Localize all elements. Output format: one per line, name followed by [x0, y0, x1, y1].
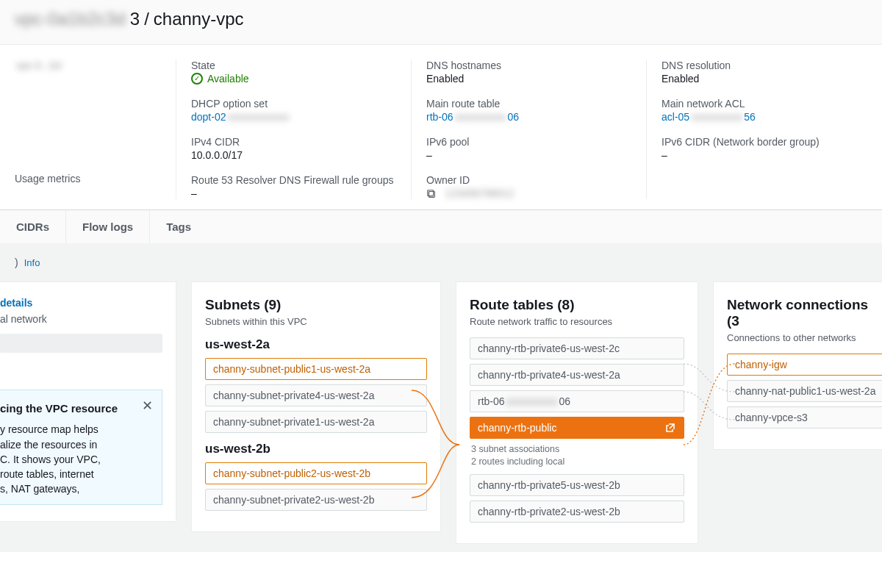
r53-label: Route 53 Resolver DNS Firewall rule grou…: [191, 174, 396, 186]
tab-flow-logs[interactable]: Flow logs: [66, 210, 150, 243]
ipv6-cidr-label: IPv6 CIDR (Network border group): [662, 136, 867, 148]
state-value: ✓ Available: [191, 73, 396, 85]
ipv4-cidr-value: 10.0.0.0/17: [191, 149, 396, 161]
main-acl-label: Main network ACL: [662, 98, 867, 110]
route-tables-title: Route tables (8): [470, 297, 684, 313]
dns-hostnames-value: Enabled: [426, 73, 631, 85]
dns-resolution-label: DNS resolution: [662, 60, 867, 71]
route-tables-card: Route tables (8) Route network traffic t…: [456, 282, 698, 544]
vpc-id-blur: vpc-0...b3: [15, 60, 62, 71]
page-header: vpc-0a1b2c3d 3 / channy-vpc: [0, 0, 882, 45]
details-col-4: DNS resolution Enabled Main network ACL …: [647, 60, 882, 199]
dns-hostnames-label: DNS hostnames: [426, 60, 631, 71]
subnets-title: Subnets (9): [205, 297, 427, 313]
details-col-3: DNS hostnames Enabled Main route table r…: [412, 60, 647, 199]
route-table-meta: 3 subnet associations2 routes including …: [471, 443, 684, 468]
resource-map-section: ) Info details al network ✕ cing the VPC…: [0, 243, 882, 552]
details-panel: vpc-0...b3 Usage metrics State ✓ Availab…: [0, 45, 882, 207]
details-col-2: State ✓ Available DHCP option set dopt-0…: [176, 60, 412, 199]
dns-resolution-value: Enabled: [662, 73, 867, 85]
route-table-item[interactable]: channy-rtb-private4-us-west-2a: [470, 364, 684, 386]
resource-map: details al network ✕ cing the VPC resour…: [0, 282, 882, 544]
tab-cidrs[interactable]: CIDRs: [0, 210, 66, 243]
breadcrumb-prefix: vpc-0a1b2c3d: [15, 9, 126, 29]
breadcrumb-sep: /: [144, 9, 149, 29]
network-connections-list: channy-igwchanny-nat-public1-us-west-2ac…: [727, 354, 882, 429]
network-connections-card: Network connections (3 Connections to ot…: [713, 282, 882, 450]
dhcp-link[interactable]: dopt-02xxxxxxxxxxxx: [191, 111, 396, 123]
subnets-sub: Subnets within this VPC: [205, 316, 427, 327]
copy-icon[interactable]: [426, 189, 437, 199]
vpc-item-placeholder: [0, 334, 162, 353]
main-rt-label: Main route table: [426, 98, 631, 110]
subnet-item[interactable]: channy-subnet-private2-us-west-2b: [205, 489, 427, 511]
route-table-item[interactable]: channy-rtb-private5-us-west-2b: [470, 474, 684, 496]
network-connection-item[interactable]: channy-igw: [727, 354, 882, 376]
route-tables-sub: Route network traffic to resources: [470, 316, 684, 327]
intro-popover: ✕ cing the VPC resource y resource map h…: [0, 390, 162, 504]
close-icon[interactable]: ✕: [140, 398, 154, 414]
r53-value: –: [191, 187, 396, 199]
vpc-details-link[interactable]: details: [0, 297, 32, 309]
network-connection-item[interactable]: channy-vpce-s3: [727, 406, 882, 429]
info-row: ) Info: [0, 257, 882, 282]
route-table-item[interactable]: channy-rtb-private6-us-west-2c: [470, 337, 684, 359]
breadcrumb: vpc-0a1b2c3d 3 / channy-vpc: [15, 9, 867, 29]
owner-id-value: 123456789012: [426, 187, 631, 199]
state-label: State: [191, 60, 396, 71]
network-connection-item[interactable]: channy-nat-public1-us-west-2a: [727, 380, 882, 402]
details-col-1: vpc-0...b3 Usage metrics: [0, 60, 176, 199]
breadcrumb-tail: 3: [130, 9, 140, 29]
owner-id-label: Owner ID: [426, 174, 631, 186]
subnets-list-2b: channy-subnet-public2-us-west-2bchanny-s…: [205, 462, 427, 511]
route-tables-list: channy-rtb-private6-us-west-2cchanny-rtb…: [470, 337, 684, 523]
external-link-icon[interactable]: [664, 422, 676, 434]
route-table-item[interactable]: rtb-06xxxxxxxxxx06: [470, 390, 684, 412]
ipv6-pool-label: IPv6 pool: [426, 136, 631, 148]
subnet-item[interactable]: channy-subnet-private1-us-west-2a: [205, 411, 427, 433]
main-rt-link[interactable]: rtb-06xxxxxxxxxx06: [426, 111, 631, 123]
tabs: CIDRs Flow logs Tags: [0, 210, 882, 243]
route-table-item-selected[interactable]: channy-rtb-public: [470, 417, 684, 439]
popover-body: y resource map helps alize the resources…: [0, 422, 150, 496]
vpc-sub: al network: [0, 313, 162, 325]
az-header-2a: us-west-2a: [205, 337, 427, 352]
subnets-list-2a: channy-subnet-public1-us-west-2achanny-s…: [205, 358, 427, 433]
vpc-name: channy-vpc: [154, 9, 244, 29]
check-circle-icon: ✓: [191, 73, 203, 85]
tab-tags[interactable]: Tags: [150, 210, 207, 243]
vpc-column: details al network ✕ cing the VPC resour…: [0, 282, 176, 521]
subnet-item[interactable]: channy-subnet-public2-us-west-2b: [205, 462, 427, 484]
popover-title: cing the VPC resource: [0, 402, 150, 415]
ipv4-cidr-label: IPv4 CIDR: [191, 136, 396, 148]
route-table-item[interactable]: channy-rtb-private2-us-west-2b: [470, 501, 684, 523]
info-link[interactable]: Info: [24, 257, 40, 268]
az-header-2b: us-west-2b: [205, 442, 427, 456]
subnets-card: Subnets (9) Subnets within this VPC us-w…: [191, 282, 441, 532]
subnet-item[interactable]: channy-subnet-public1-us-west-2a: [205, 358, 427, 380]
ipv6-cidr-value: –: [662, 149, 867, 161]
subnet-item[interactable]: channy-subnet-private4-us-west-2a: [205, 384, 427, 406]
usage-metrics-label: Usage metrics: [15, 173, 161, 184]
network-connections-title: Network connections (3: [727, 297, 882, 329]
dhcp-label: DHCP option set: [191, 98, 396, 110]
main-acl-link[interactable]: acl-05xxxxxxxxxx56: [662, 111, 867, 123]
ipv6-pool-value: –: [426, 149, 631, 161]
network-connections-sub: Connections to other networks: [727, 332, 882, 343]
